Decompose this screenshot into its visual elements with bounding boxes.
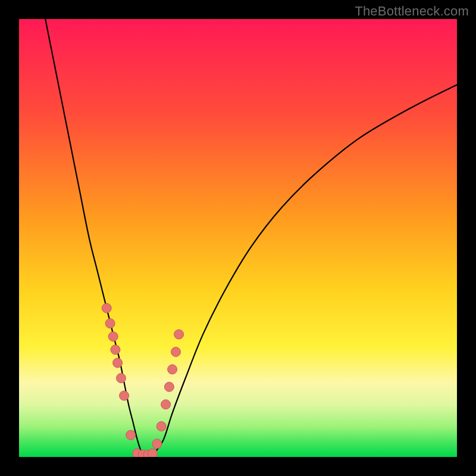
curve-marker (111, 345, 120, 355)
plot-area (19, 19, 457, 457)
curve-marker (161, 400, 171, 409)
curve-marker (171, 347, 181, 356)
curve-marker (152, 439, 162, 449)
curve-marker (168, 365, 177, 374)
bottleneck-curve (45, 19, 457, 457)
curve-marker (156, 422, 166, 431)
curve-marker (174, 330, 184, 339)
curve-marker (148, 449, 158, 457)
outer-frame: TheBottleneck.com (0, 0, 476, 476)
curve-marker (105, 319, 115, 328)
curve-marker (113, 358, 123, 368)
curve-marker (102, 303, 111, 313)
curve-layer (19, 19, 457, 457)
curve-marker (164, 382, 174, 392)
curve-marker (120, 391, 129, 400)
curve-marker (108, 332, 118, 342)
marker-group (102, 303, 183, 457)
watermark-text: TheBottleneck.com (355, 4, 469, 19)
curve-marker (117, 374, 126, 383)
curve-marker (126, 430, 136, 440)
